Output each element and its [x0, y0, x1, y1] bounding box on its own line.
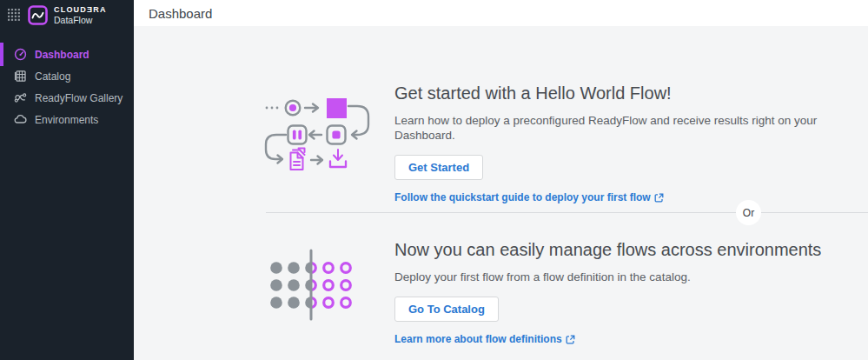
external-link-icon [566, 335, 575, 344]
flow-definitions-link[interactable]: Learn more about flow definitions [394, 333, 821, 345]
brand-name: CLOUDƎRA [54, 5, 107, 15]
go-to-catalog-button[interactable]: Go To Catalog [394, 297, 499, 322]
sidebar: CLOUDƎRA DataFlow Dashboard [0, 0, 134, 360]
section-heading: Get started with a Hello World Flow! [394, 83, 868, 103]
pipeline-flow-illustration [261, 89, 391, 176]
brand-product: DataFlow [54, 15, 107, 25]
brand-text: CLOUDƎRA DataFlow [54, 5, 107, 25]
sidebar-nav: Dashboard Catalog Rea [0, 43, 134, 130]
link-label: Learn more about flow definitions [394, 333, 562, 345]
section-heading: Now you can easily manage flows across e… [394, 239, 821, 260]
sidebar-item-readyflow-gallery[interactable]: ReadyFlow Gallery [0, 87, 134, 109]
dots-across-environments-illustration [266, 246, 366, 329]
get-started-button[interactable]: Get Started [394, 155, 483, 180]
section-description: Learn how to deploy a preconfigured Read… [394, 113, 868, 143]
hello-world-section: Get started with a Hello World Flow! Lea… [394, 83, 868, 203]
sidebar-item-catalog[interactable]: Catalog [0, 65, 134, 87]
sidebar-item-label: Dashboard [35, 49, 89, 61]
quickstart-guide-link[interactable]: Follow the quickstart guide to deploy yo… [394, 191, 868, 203]
dataflow-wave-logo-icon[interactable] [28, 5, 48, 25]
flow-path-icon [14, 91, 27, 104]
page-header: Dashboard [134, 0, 868, 26]
waffle-grid-icon[interactable] [8, 9, 20, 21]
sidebar-header: CLOUDƎRA DataFlow [0, 0, 134, 30]
sidebar-item-label: Catalog [35, 70, 70, 83]
app-window: CLOUDƎRA DataFlow Dashboard [0, 0, 868, 360]
catalog-grid-icon [14, 70, 27, 83]
link-label: Follow the quickstart guide to deploy yo… [394, 191, 651, 203]
sidebar-item-dashboard[interactable]: Dashboard [0, 43, 134, 65]
sidebar-item-environments[interactable]: Environments [0, 109, 134, 130]
section-description: Deploy your first flow from a flow defin… [394, 270, 821, 284]
main-content: Get started with a Hello World Flow! Lea… [134, 26, 868, 360]
sidebar-item-label: ReadyFlow Gallery [35, 92, 123, 104]
section-divider [266, 212, 868, 213]
cloud-icon [14, 113, 27, 126]
page-title: Dashboard [149, 6, 212, 21]
external-link-icon [654, 193, 664, 203]
or-badge: Or [736, 200, 761, 225]
manage-flows-section: Now you can easily manage flows across e… [394, 239, 821, 345]
gauge-icon [14, 48, 27, 61]
sidebar-item-label: Environments [35, 114, 98, 126]
